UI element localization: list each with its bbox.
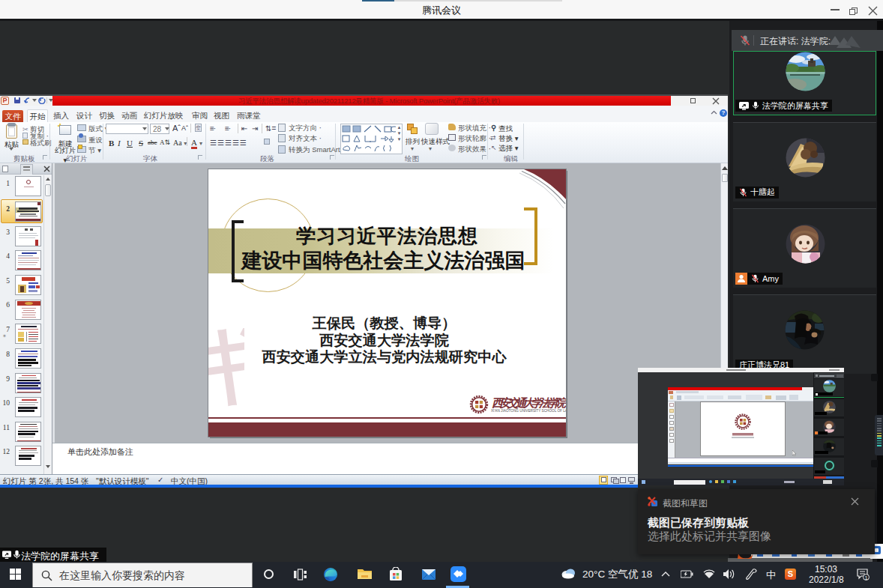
svg-text:1: 1 (865, 575, 868, 581)
